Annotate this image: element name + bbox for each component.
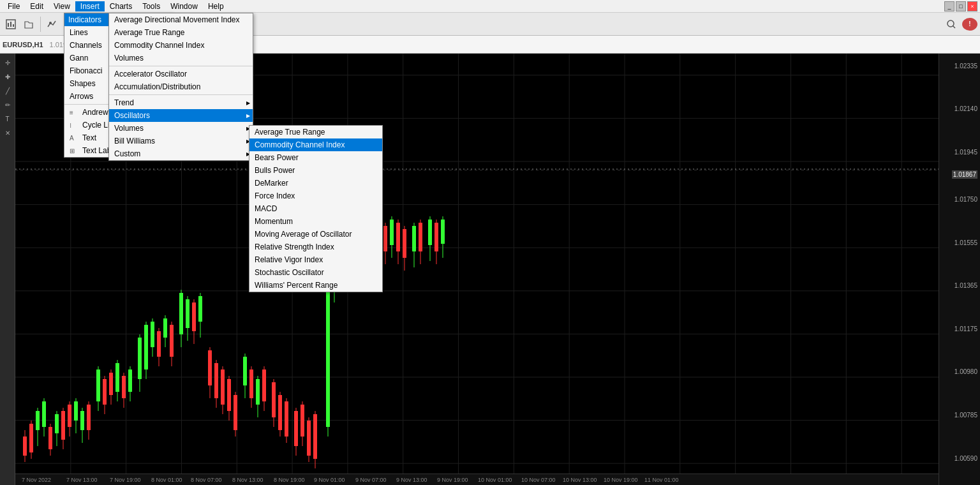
osc-rsi-label: Relative Strength Index bbox=[255, 243, 334, 251]
cursor-tool[interactable]: ✛ bbox=[1, 56, 14, 69]
time-label-10: 9 Nov 19:00 bbox=[437, 477, 468, 483]
new-chart-button[interactable] bbox=[3, 15, 19, 33]
oscillators-arrow: ▶ bbox=[246, 113, 250, 119]
admi-item[interactable]: Average Directional Movement Index bbox=[109, 13, 253, 26]
menu-item-tools[interactable]: Tools bbox=[137, 1, 165, 11]
sep-2 bbox=[109, 66, 253, 66]
svg-rect-70 bbox=[68, 405, 71, 427]
time-label-0: 7 Nov 2022 bbox=[22, 477, 51, 483]
oscillators-label: Oscillators bbox=[114, 111, 150, 120]
osc-cci-label: Commodity Channel Index bbox=[255, 140, 345, 149]
atr-label: Average True Range bbox=[114, 28, 185, 37]
svg-rect-96 bbox=[157, 331, 161, 357]
volumes2-item[interactable]: Volumes ▶ bbox=[109, 122, 253, 135]
gann-label: Gann bbox=[70, 54, 88, 63]
svg-rect-120 bbox=[243, 357, 247, 385]
menu-item-view[interactable]: View bbox=[48, 1, 75, 11]
svg-rect-80 bbox=[103, 379, 107, 405]
osc-macd-item[interactable]: MACD bbox=[249, 202, 382, 215]
cci-label: Commodity Channel Index bbox=[114, 41, 204, 50]
text-icon: A bbox=[70, 135, 80, 142]
indicators-submenu: Average Directional Movement Index Avera… bbox=[108, 13, 253, 161]
minimize-button[interactable]: _ bbox=[944, 1, 954, 11]
text-tool[interactable]: T bbox=[1, 112, 14, 125]
oscillators-item[interactable]: Oscillators ▶ bbox=[109, 109, 253, 122]
osc-demarker-item[interactable]: DeMarker bbox=[249, 177, 382, 190]
osc-wpr-item[interactable]: Williams' Percent Range bbox=[249, 279, 382, 292]
line-tool[interactable]: ╱ bbox=[1, 84, 14, 97]
time-label-12: 10 Nov 07:00 bbox=[521, 477, 556, 483]
osc-mao-item[interactable]: Moving Average of Oscillator bbox=[249, 228, 382, 241]
arrows-label: Arrows bbox=[70, 92, 93, 101]
osc-cci-item[interactable]: Commodity Channel Index bbox=[249, 138, 382, 151]
osc-macd-label: MACD bbox=[255, 204, 277, 213]
close-button[interactable]: × bbox=[967, 1, 977, 11]
svg-rect-78 bbox=[96, 369, 100, 401]
svg-rect-84 bbox=[115, 363, 119, 392]
trend-item[interactable]: Trend ▶ bbox=[109, 96, 253, 109]
accum-dist-item[interactable]: Accumulation/Distribution bbox=[109, 80, 253, 93]
volumes-item[interactable]: Volumes bbox=[109, 52, 253, 64]
svg-rect-106 bbox=[192, 302, 196, 331]
osc-bulls-label: Bulls Power bbox=[255, 166, 295, 175]
atr-item[interactable]: Average True Range bbox=[109, 26, 253, 39]
menu-item-help[interactable]: Help bbox=[203, 1, 229, 11]
time-label-3: 8 Nov 01:00 bbox=[151, 477, 182, 483]
osc-bulls-item[interactable]: Bulls Power bbox=[249, 164, 382, 177]
cci-item[interactable]: Commodity Channel Index bbox=[109, 39, 253, 52]
osc-rsi-item[interactable]: Relative Strength Index bbox=[249, 241, 382, 253]
svg-rect-166 bbox=[412, 226, 416, 251]
svg-rect-88 bbox=[128, 369, 132, 392]
custom-item[interactable]: Custom ▶ bbox=[109, 147, 253, 160]
trend-arrow: ▶ bbox=[246, 100, 250, 106]
time-label-9: 9 Nov 13:00 bbox=[396, 477, 427, 483]
osc-demarker-label: DeMarker bbox=[255, 179, 288, 188]
osc-stoch-label: Stochastic Oscillator bbox=[255, 268, 324, 277]
svg-rect-162 bbox=[396, 223, 400, 251]
accum-dist-label: Accumulation/Distribution bbox=[114, 82, 200, 91]
pen-tool[interactable]: ✏ bbox=[1, 98, 14, 111]
svg-rect-68 bbox=[61, 411, 65, 440]
oscillators-submenu: Average True Range Commodity Channel Ind… bbox=[249, 125, 383, 292]
svg-rect-94 bbox=[151, 322, 154, 347]
osc-force-label: Force Index bbox=[255, 191, 295, 200]
svg-rect-140 bbox=[313, 414, 317, 459]
osc-stoch-item[interactable]: Stochastic Oscillator bbox=[249, 266, 382, 279]
open-button[interactable] bbox=[20, 15, 37, 33]
menu-item-window[interactable]: Window bbox=[165, 1, 203, 11]
svg-rect-58 bbox=[29, 424, 33, 452]
accelerator-item[interactable]: Accelerator Oscillator bbox=[109, 68, 253, 80]
osc-rvi-item[interactable]: Relative Vigor Index bbox=[249, 253, 382, 266]
osc-momentum-item[interactable]: Momentum bbox=[249, 215, 382, 228]
volumes2-label: Volumes bbox=[114, 124, 144, 133]
svg-rect-56 bbox=[23, 436, 27, 456]
alert-button[interactable]: ! bbox=[962, 18, 977, 31]
svg-rect-126 bbox=[262, 369, 266, 401]
delete-tool[interactable]: ✕ bbox=[1, 126, 14, 139]
price-7: 1.01365 bbox=[954, 282, 977, 289]
crosshair-tool[interactable]: ✚ bbox=[1, 70, 14, 83]
indicators-button[interactable] bbox=[44, 15, 61, 33]
svg-rect-160 bbox=[390, 220, 394, 245]
osc-atr-item[interactable]: Average True Range bbox=[249, 126, 382, 138]
osc-bears-item[interactable]: Bears Power bbox=[249, 151, 382, 164]
menu-item-charts[interactable]: Charts bbox=[105, 1, 137, 11]
svg-rect-102 bbox=[179, 293, 183, 334]
svg-rect-82 bbox=[109, 373, 113, 395]
time-label-13: 10 Nov 13:00 bbox=[563, 477, 597, 483]
menu-item-insert[interactable]: Insert bbox=[75, 1, 105, 11]
search-button[interactable] bbox=[943, 15, 960, 33]
svg-rect-86 bbox=[122, 376, 126, 398]
menu-item-edit[interactable]: Edit bbox=[25, 1, 48, 11]
svg-rect-112 bbox=[214, 363, 218, 398]
admi-label: Average Directional Movement Index bbox=[114, 15, 240, 24]
restore-button[interactable]: □ bbox=[956, 1, 966, 11]
osc-mao-label: Moving Average of Oscillator bbox=[255, 230, 352, 239]
price-scale: 1.02335 1.02140 1.01945 1.01867 1.01750 … bbox=[939, 54, 980, 485]
osc-force-item[interactable]: Force Index bbox=[249, 190, 382, 202]
menu-item-file[interactable]: File bbox=[3, 1, 25, 11]
left-toolbar: ✛ ✚ ╱ ✏ T ✕ bbox=[0, 54, 15, 485]
svg-rect-100 bbox=[170, 325, 174, 357]
svg-rect-64 bbox=[48, 427, 52, 449]
billwilliams-item[interactable]: Bill Williams ▶ bbox=[109, 135, 253, 147]
